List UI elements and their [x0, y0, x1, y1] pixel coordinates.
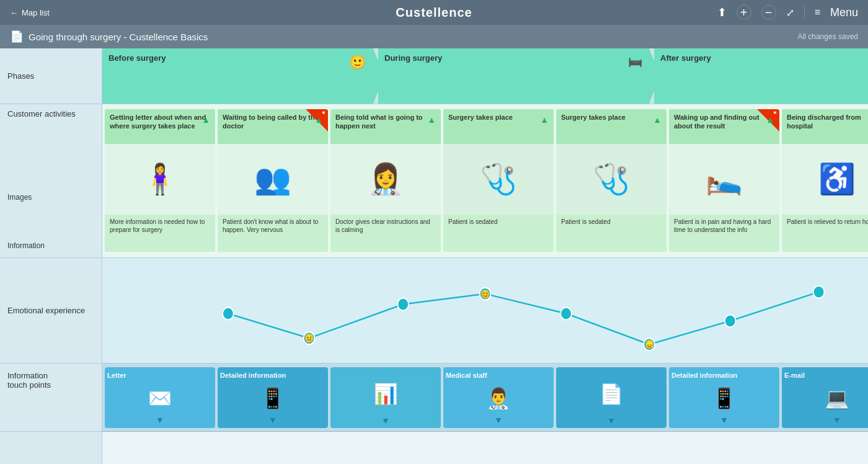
content-area: Before surgery 🙂 During surgery 🛏 After …: [102, 48, 868, 464]
activity-figure-icon: 🩺: [480, 162, 517, 197]
activity-figure-icon: 👥: [254, 162, 291, 197]
activity-info: Patient is sedated: [443, 215, 554, 252]
activity-figure-icon: 🩺: [593, 162, 630, 197]
activity-card[interactable]: Surgery takes place▲ 🩺 Patient is sedate…: [556, 109, 666, 252]
touch-icon: ✉️: [148, 386, 172, 410]
touch-icon: 👨‍⚕️: [486, 386, 511, 410]
svg-text:😊: 😊: [480, 288, 490, 300]
activity-image: 👥: [218, 144, 328, 215]
touch-point-card[interactable]: Detailed information 📱 ▼: [669, 367, 779, 428]
app-logo: Custellence: [396, 6, 472, 20]
activity-up-arrow: ▲: [766, 114, 774, 125]
activity-up-arrow: ▲: [314, 114, 323, 125]
activity-title: Being told what is going to happen next▲: [330, 109, 441, 144]
svg-text:😞: 😞: [645, 339, 655, 350]
touch-down-arrow: ▼: [494, 415, 503, 425]
touch-down-arrow: ▼: [833, 415, 841, 425]
activity-up-arrow: ▲: [427, 114, 436, 125]
phase-before-icon: 🙂: [349, 55, 366, 71]
activity-image: ♿: [782, 144, 868, 215]
activity-image: 👩‍⚕️: [330, 144, 441, 215]
touch-label: Detailed information: [671, 371, 737, 380]
activity-info: Patient don't know what is about to happ…: [218, 215, 328, 252]
svg-point-9: [725, 315, 736, 327]
svg-point-10: [813, 286, 825, 298]
emotional-label: Emotional experience: [0, 258, 102, 364]
activity-info: Patient is in pain and having a hard tim…: [669, 215, 779, 252]
map-list-button[interactable]: ← Map list: [10, 8, 50, 17]
back-arrow-icon: ←: [10, 8, 18, 17]
phase-after-surgery: After surgery 😕: [654, 48, 868, 104]
images-label: Images: [7, 193, 32, 202]
activity-info: Patient is sedated: [556, 215, 666, 252]
touch-point-card[interactable]: E-mail 💻 ▼: [782, 367, 868, 428]
activity-card[interactable]: Surgery takes place▲ 🩺 Patient is sedate…: [443, 109, 554, 252]
activity-title: Surgery takes place▲: [556, 109, 666, 144]
row-labels: Phases Customer activities Images Inform…: [0, 48, 102, 464]
touch-icon: 📱: [712, 386, 737, 410]
activity-figure-icon: 👩‍⚕️: [367, 162, 404, 197]
touch-label: E-mail: [784, 371, 805, 380]
svg-point-3: [397, 298, 409, 311]
activity-image: 🩺: [556, 144, 666, 215]
customer-activities-label: Customer activities: [7, 109, 76, 118]
activity-info: Patient is relieved to return home: [782, 215, 868, 252]
document-icon: 📄: [10, 30, 24, 43]
zoom-in-icon[interactable]: +: [737, 5, 751, 20]
activity-image: 🩺: [443, 144, 554, 215]
phase-after-label: After surgery: [660, 53, 711, 63]
share-icon[interactable]: ⬆: [717, 6, 727, 19]
touch-icon: 📄: [599, 382, 624, 406]
touch-icon: 📱: [260, 386, 285, 410]
touch-label: Medical staff: [446, 371, 487, 380]
phase-during-label: During surgery: [384, 53, 442, 63]
touch-point-card[interactable]: Letter ✉️ ▼: [105, 367, 215, 428]
touch-label: Detailed information: [220, 371, 286, 380]
svg-point-6: [560, 308, 572, 320]
touch-point-card[interactable]: 📄 ▼: [556, 367, 666, 428]
touch-points-label: Information touch points: [0, 364, 102, 432]
svg-point-0: [223, 308, 234, 320]
zoom-out-icon[interactable]: −: [761, 5, 776, 20]
activity-card[interactable]: ★ Waiting to being called by the doctor▲…: [218, 109, 328, 252]
activity-title: Being discharged from hospital▲: [782, 109, 868, 144]
touch-down-arrow: ▼: [607, 416, 616, 426]
menu-icon: ≡: [815, 7, 820, 18]
activity-figure-icon: ♿: [818, 162, 856, 197]
map-list-label: Map list: [22, 8, 50, 17]
activity-card[interactable]: Being told what is going to happen next▲…: [330, 109, 441, 252]
emotional-chart: 😐😊😞: [102, 258, 868, 363]
touch-down-arrow: ▼: [720, 415, 728, 425]
top-nav: ← Map list Custellence ⬆ + − ⤢ ≡ Menu: [0, 0, 868, 25]
touch-down-arrow: ▼: [268, 415, 277, 425]
activity-info: Doctor gives clear instructions and is c…: [330, 215, 441, 252]
activity-card[interactable]: Being discharged from hospital▲ ♿ Patien…: [782, 109, 868, 252]
nav-actions: ⬆ + − ⤢ ≡ Menu: [717, 5, 858, 20]
activity-title: Surgery takes place▲: [443, 109, 554, 144]
activity-up-arrow: ▲: [202, 114, 210, 125]
phase-during-icon: 🛏: [628, 55, 642, 71]
touch-point-card[interactable]: 📊 ▼: [330, 367, 441, 428]
activity-card[interactable]: Getting letter about when and where surg…: [105, 109, 215, 252]
activities-row: Getting letter about when and where surg…: [102, 104, 868, 258]
svg-text:😐: 😐: [304, 332, 314, 344]
menu-label[interactable]: Menu: [830, 6, 858, 19]
activity-info: More information is needed how to prepar…: [105, 215, 215, 252]
touch-point-card[interactable]: Medical staff 👨‍⚕️ ▼: [443, 367, 554, 428]
touch-point-card[interactable]: Detailed information 📱 ▼: [218, 367, 328, 428]
menu-divider: [804, 6, 805, 19]
activity-image: 🧍‍♀️: [105, 144, 215, 215]
touch-label: Letter: [107, 371, 126, 380]
phases-label: Phases: [0, 48, 102, 104]
phase-before-label: Before surgery: [108, 53, 166, 63]
phases-row: Before surgery 🙂 During surgery 🛏 After …: [102, 48, 868, 104]
touch-down-arrow: ▼: [156, 415, 164, 425]
information-label: Information: [7, 241, 45, 250]
activity-card[interactable]: ★ Waking up and finding out about the re…: [669, 109, 779, 252]
phase-during-surgery: During surgery 🛏: [378, 48, 660, 104]
activity-image: 🛌: [669, 144, 779, 215]
activity-up-arrow: ▲: [653, 114, 662, 125]
activity-figure-icon: 🛌: [706, 162, 743, 197]
activity-figure-icon: 🧍‍♀️: [141, 162, 179, 197]
fullscreen-icon[interactable]: ⤢: [786, 7, 794, 19]
